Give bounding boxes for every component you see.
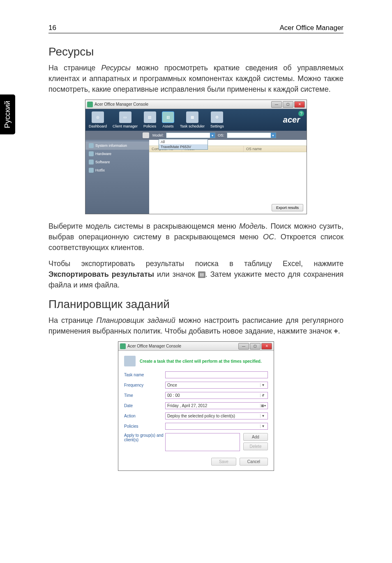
sidebar-item-hotfix[interactable]: Hotfix: [85, 166, 149, 174]
export-inline-icon: ▤: [198, 271, 205, 278]
assets-icon: ▥: [162, 111, 174, 123]
app-icon: [87, 102, 93, 107]
export-icon[interactable]: [143, 132, 149, 138]
app-icon: [120, 343, 126, 349]
input-time[interactable]: 00 : 00⇵: [165, 392, 268, 399]
input-date[interactable]: Friday , April 27, 2012▦▾: [165, 402, 268, 409]
resources-intro-paragraph: На странице Ресурсы можно просмотреть кр…: [48, 63, 344, 95]
results-pane: All TravelMate P653V Computer na Model O…: [149, 140, 307, 214]
sidebar-item-hardware[interactable]: Hardware: [85, 150, 149, 158]
label-apply-to: Apply to group(s) and client(s): [124, 433, 165, 442]
console-screenshot: Acer Office Manager Console — ▢ ✕ ◎Dashb…: [85, 100, 307, 214]
save-button[interactable]: Save: [211, 458, 236, 466]
nav-settings[interactable]: ⚙Settings: [210, 111, 224, 128]
brand-logo: acer: [283, 115, 300, 125]
delete-button[interactable]: Delete: [243, 443, 268, 450]
chevron-down-icon: ▼: [260, 383, 266, 387]
minimize-button[interactable]: —: [271, 101, 282, 108]
window-title: Acer Office Manager Console: [95, 102, 271, 107]
label-policies: Policies: [124, 424, 165, 429]
apply-to-listbox[interactable]: [165, 433, 240, 451]
cancel-button[interactable]: Cancel: [240, 458, 268, 466]
label-time: Time: [124, 393, 165, 398]
gear-icon: ⚙: [211, 111, 223, 123]
task-window-titlebar: Acer Office Manager Console — ▢ ✕: [118, 342, 274, 351]
info-icon: [89, 143, 94, 148]
filter-bar: Model: ▼ OS: ▼: [85, 131, 307, 140]
calendar-icon: ▦: [186, 111, 198, 123]
col-os-name: OS name: [244, 146, 307, 152]
dropdown-option-model[interactable]: TravelMate P653V: [159, 144, 208, 149]
select-policies[interactable]: ▼: [165, 423, 268, 430]
select-frequency[interactable]: Once▼: [165, 382, 268, 389]
monitor-icon: ▭: [119, 111, 131, 123]
calendar-picker-icon: ▦▾: [260, 404, 266, 408]
hardware-icon: [89, 151, 94, 156]
label-frequency: Frequency: [124, 383, 165, 387]
maximize-button[interactable]: ▢: [283, 101, 293, 108]
window-titlebar: Acer Office Manager Console — ▢ ✕: [85, 100, 307, 109]
task-form-header: Create a task that the client will perfo…: [124, 356, 268, 366]
section-heading-scheduler: Планировщик заданий: [48, 298, 344, 311]
chevron-down-icon: ▼: [260, 424, 266, 428]
close-button[interactable]: ✕: [294, 101, 305, 108]
model-dropdown[interactable]: ▼: [166, 132, 215, 138]
resources-para-model: Выберите модель системы в раскрывающемся…: [48, 221, 344, 253]
resources-para-export: Чтобы экспортировать результаты поиска в…: [48, 258, 344, 290]
task-form-title: Create a task that the client will perfo…: [140, 359, 262, 364]
add-button[interactable]: Add: [243, 433, 268, 441]
os-label: OS:: [218, 133, 224, 137]
nav-strip: ◎Dashboard ▭Client manager ▤Policies ▥As…: [85, 109, 307, 131]
model-label: Model:: [152, 133, 164, 137]
hotfix-icon: [89, 168, 94, 173]
close-button[interactable]: ✕: [261, 343, 272, 350]
header-product-title: Acer Office Manager: [279, 24, 344, 32]
input-task-name[interactable]: [165, 371, 268, 378]
nav-assets[interactable]: ▥Assets: [162, 111, 174, 128]
language-tab: Русский: [0, 95, 15, 134]
model-dropdown-list[interactable]: All TravelMate P653V: [159, 139, 208, 150]
help-icon[interactable]: ?: [298, 111, 304, 116]
nav-task-scheduler[interactable]: ▦Task scheduler: [180, 111, 205, 128]
software-icon: [89, 160, 94, 164]
section-heading-resources: Ресурсы: [48, 45, 344, 58]
os-dropdown[interactable]: ▼: [227, 132, 276, 138]
label-date: Date: [124, 403, 165, 408]
task-window-title: Acer Office Manager Console: [127, 344, 238, 348]
chevron-down-icon: ▼: [260, 414, 266, 418]
label-action: Action: [124, 414, 165, 418]
maximize-button[interactable]: ▢: [250, 343, 261, 350]
page-number: 16: [48, 24, 56, 32]
nav-policies[interactable]: ▤Policies: [143, 111, 156, 128]
sidebar-item-software[interactable]: Software: [85, 158, 149, 166]
assets-sidebar: System information Hardware Software Hot…: [85, 140, 149, 214]
task-scheduler-screenshot: Acer Office Manager Console — ▢ ✕ Create…: [118, 341, 274, 471]
spinner-icon: ⇵: [260, 394, 266, 397]
calendar-icon: [124, 356, 136, 366]
dropdown-option-all[interactable]: All: [159, 139, 208, 144]
policies-icon: ▤: [144, 111, 156, 123]
header-divider: [48, 33, 344, 33]
minimize-button[interactable]: —: [238, 343, 249, 350]
scheduler-intro-paragraph: На странице Планировщик заданий можно на…: [48, 315, 344, 336]
sidebar-item-system-info[interactable]: System information: [85, 141, 149, 150]
select-action[interactable]: Deploy the selected policy to client(s)▼: [165, 412, 268, 419]
nav-dashboard[interactable]: ◎Dashboard: [89, 111, 107, 128]
label-task-name: Task name: [124, 373, 165, 377]
export-results-button[interactable]: Export results: [272, 204, 303, 211]
dashboard-icon: ◎: [92, 111, 104, 123]
nav-client-manager[interactable]: ▭Client manager: [113, 111, 138, 128]
